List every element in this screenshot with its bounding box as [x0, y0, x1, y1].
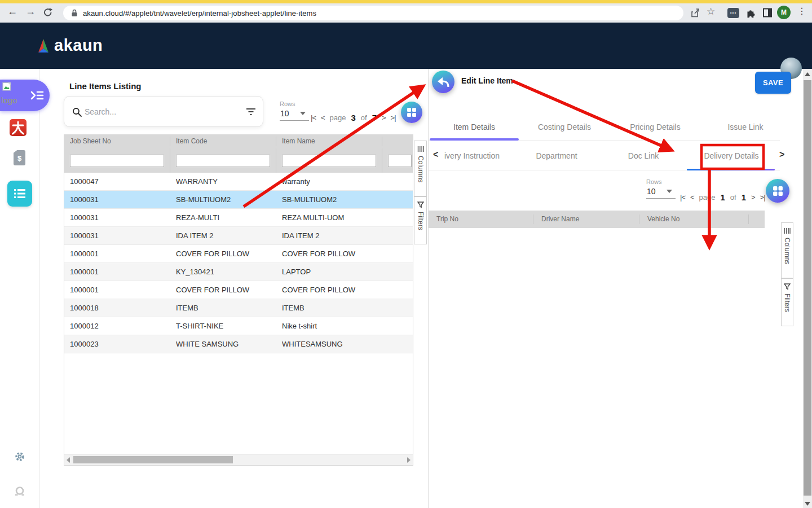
search-input[interactable]: [85, 104, 231, 119]
filters-side-tab[interactable]: Filters: [781, 278, 793, 326]
active-tab-underline: [430, 138, 519, 141]
tabs-scroll-right-icon[interactable]: >: [779, 150, 784, 160]
split-screen-icon[interactable]: [762, 7, 773, 18]
table-cell: ITEMB: [170, 304, 276, 312]
sidebar-app-icon-list-active[interactable]: [7, 181, 32, 207]
tab-delivery-instruction[interactable]: ivery Instruction: [444, 141, 509, 170]
delivery-table-header-row: Trip No Driver Name Vehicle No: [429, 211, 780, 228]
tab-delivery-details[interactable]: Delivery Details: [686, 141, 776, 170]
prev-page-button[interactable]: <: [321, 113, 325, 122]
tab-department[interactable]: Department: [511, 141, 602, 170]
bookmark-star-icon[interactable]: ☆: [707, 6, 715, 17]
table-cell: Nike t-shirt: [276, 322, 382, 330]
grid-view-button[interactable]: [401, 102, 422, 123]
share-icon[interactable]: [690, 8, 700, 18]
table-cell: 1000012: [64, 322, 170, 330]
table-cell: COVER FOR PILLOW: [170, 249, 276, 258]
scroll-up-icon[interactable]: [805, 72, 810, 76]
columns-icon: [784, 227, 791, 234]
table-row[interactable]: 1000023WHITE SAMSUNGWHITESAMSUNG: [64, 335, 413, 353]
columns-side-tab[interactable]: Columns: [414, 141, 427, 196]
table-row[interactable]: 1000001KY_130421LAPTOP: [64, 263, 413, 281]
app-header: akaun: [0, 23, 812, 69]
next-page-button[interactable]: >: [751, 193, 755, 202]
column-header[interactable]: Item Name: [276, 137, 382, 146]
filter-input[interactable]: [176, 155, 270, 167]
table-cell: ITEMB: [276, 304, 382, 312]
sidebar-logo-pill[interactable]: logo: [0, 80, 50, 111]
tab-doc-link[interactable]: Doc Link: [598, 141, 689, 170]
broken-image-icon: [2, 82, 12, 91]
tab-pricing-details[interactable]: Pricing Details: [610, 113, 700, 141]
first-page-button[interactable]: |<: [311, 113, 316, 122]
browser-forward-icon[interactable]: →: [24, 6, 37, 17]
column-header[interactable]: Job Sheet No: [64, 137, 170, 146]
browser-profile-avatar[interactable]: M: [777, 6, 791, 19]
header-corner-cell: [765, 211, 780, 228]
tab-item-details[interactable]: Item Details: [430, 113, 519, 141]
tabs-scroll-left-icon[interactable]: <: [433, 150, 438, 160]
first-page-button[interactable]: |<: [680, 193, 685, 202]
table-row[interactable]: 1000031SB-MULTIUOM2SB-MULTIUOM2: [64, 191, 413, 209]
filter-input[interactable]: [70, 155, 164, 167]
column-header[interactable]: [382, 137, 413, 146]
brand-logo[interactable]: akaun: [36, 36, 103, 55]
column-header[interactable]: Trip No: [429, 214, 533, 224]
page-scrollbar[interactable]: [803, 69, 812, 508]
filter-input[interactable]: [388, 155, 412, 167]
scroll-right-icon[interactable]: [407, 457, 411, 463]
sidebar-expand-icon[interactable]: [30, 89, 45, 102]
scrollbar-thumb[interactable]: [804, 80, 811, 496]
extensions-puzzle-icon[interactable]: [745, 7, 756, 18]
table-cell: IDA ITEM 2: [170, 231, 276, 240]
app-sidebar: logo $: [0, 69, 39, 508]
table-header-row: Job Sheet No Item Code Item Name: [64, 134, 413, 148]
table-row[interactable]: 1000047WARRANTYwarranty: [64, 173, 413, 191]
table-cell: IDA ITEM 2: [276, 231, 382, 240]
table-row[interactable]: 1000001COVER FOR PILLOWCOVER FOR PILLOW: [64, 245, 413, 263]
browser-back-icon[interactable]: ←: [6, 6, 19, 17]
table-cell: 1000023: [64, 340, 170, 348]
tab-costing-details[interactable]: Costing Details: [519, 113, 610, 141]
column-header[interactable]: Vehicle No: [639, 214, 749, 224]
browser-menu-icon[interactable]: ⋮: [797, 6, 806, 16]
last-page-button[interactable]: >|: [760, 193, 765, 202]
table-row[interactable]: 1000031REZA-MULTIREZA MULTI-UOM: [64, 209, 413, 227]
save-button[interactable]: SAVE: [755, 72, 791, 94]
last-page-button[interactable]: >|: [391, 113, 396, 122]
column-header[interactable]: Item Code: [170, 137, 276, 146]
rows-per-page-select[interactable]: 10: [646, 185, 676, 199]
table-row[interactable]: 1000031IDA ITEM 2IDA ITEM 2: [64, 227, 413, 245]
prev-page-button[interactable]: <: [690, 193, 694, 202]
columns-side-tab[interactable]: Columns: [781, 222, 793, 278]
rows-label: Rows: [280, 100, 314, 107]
next-page-button[interactable]: >: [382, 113, 386, 122]
grid-view-button[interactable]: [766, 179, 789, 203]
scroll-left-icon[interactable]: [67, 457, 70, 463]
filters-side-tab[interactable]: Filters: [414, 196, 427, 244]
tab-issue-link[interactable]: Issue Link: [700, 113, 791, 141]
search-box: [64, 96, 263, 127]
search-icon: [72, 107, 82, 117]
filter-input[interactable]: [282, 155, 376, 167]
back-button[interactable]: [432, 71, 454, 93]
browser-reload-icon[interactable]: [43, 7, 53, 17]
table-row[interactable]: 1000001COVER FOR PILLOWCOVER FOR PILLOW: [64, 281, 413, 299]
rows-per-page-select[interactable]: 10: [280, 107, 309, 121]
table-row[interactable]: 1000018ITEMBITEMB: [64, 299, 413, 317]
pinned-extension-icon[interactable]: •••: [727, 8, 739, 18]
primary-tab-bar: Item Details Costing Details Pricing Det…: [429, 113, 780, 141]
sidebar-app-icon-red[interactable]: [10, 119, 27, 136]
filter-sort-icon[interactable]: [246, 108, 256, 116]
scrollbar-thumb[interactable]: [73, 456, 233, 463]
profile-person-icon[interactable]: [14, 486, 25, 497]
scroll-down-icon[interactable]: [805, 502, 810, 506]
sidebar-app-icon-dollar[interactable]: $: [14, 150, 25, 165]
funnel-icon: [417, 202, 424, 208]
horizontal-scrollbar[interactable]: [64, 454, 413, 465]
column-header[interactable]: Driver Name: [533, 214, 639, 224]
address-bar[interactable]: akaun.cloud/#/applet/tnt/wavelet/erp/int…: [63, 6, 683, 20]
akaun-triangle-icon: [36, 37, 51, 54]
settings-gear-icon[interactable]: [14, 451, 25, 462]
table-row[interactable]: 1000012T-SHIRT-NIKENike t-shirt: [64, 317, 413, 335]
